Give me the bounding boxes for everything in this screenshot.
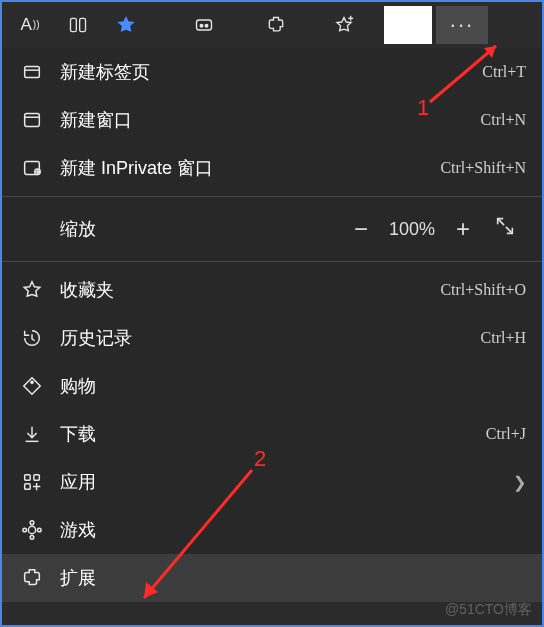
svg-rect-16 bbox=[34, 475, 40, 481]
svg-point-20 bbox=[30, 536, 34, 540]
star-outline-icon bbox=[18, 279, 46, 301]
inprivate-icon bbox=[18, 157, 46, 179]
menu-label: 新建 InPrivate 窗口 bbox=[60, 156, 213, 180]
svg-rect-7 bbox=[25, 67, 40, 78]
menu-label: 扩展 bbox=[60, 566, 96, 590]
menu-games[interactable]: 游戏 bbox=[2, 506, 542, 554]
menu-label: 新建窗口 bbox=[60, 108, 132, 132]
menu-separator bbox=[2, 261, 542, 262]
zoom-level: 100% bbox=[382, 219, 442, 240]
menu-label: 新建标签页 bbox=[60, 60, 150, 84]
eyes-icon[interactable] bbox=[182, 5, 226, 45]
menu-shortcut: Ctrl+J bbox=[486, 425, 526, 443]
menu-zoom-row: 缩放 − 100% + bbox=[2, 201, 542, 257]
svg-point-3 bbox=[200, 24, 203, 27]
split-screen-button[interactable] bbox=[56, 5, 100, 45]
apps-icon bbox=[18, 471, 46, 493]
zoom-in-button[interactable]: + bbox=[442, 215, 484, 243]
history-icon bbox=[18, 327, 46, 349]
menu-history[interactable]: 历史记录 Ctrl+H bbox=[2, 314, 542, 362]
new-window-icon bbox=[18, 109, 46, 131]
svg-point-19 bbox=[30, 521, 34, 525]
menu-apps[interactable]: 应用 ❯ bbox=[2, 458, 542, 506]
menu-label: 购物 bbox=[60, 374, 96, 398]
extensions-icon bbox=[18, 567, 46, 589]
menu-shortcut: Ctrl+N bbox=[481, 111, 526, 129]
svg-point-21 bbox=[23, 528, 27, 532]
profile-button[interactable] bbox=[384, 6, 432, 44]
menu-shortcut: Ctrl+H bbox=[481, 329, 526, 347]
read-aloud-button[interactable]: A)) bbox=[8, 5, 52, 45]
menu-shortcut: Ctrl+Shift+N bbox=[440, 159, 526, 177]
games-icon bbox=[18, 519, 46, 541]
menu-favorites[interactable]: 收藏夹 Ctrl+Shift+O bbox=[2, 266, 542, 314]
menu-label: 历史记录 bbox=[60, 326, 132, 350]
fullscreen-button[interactable] bbox=[484, 215, 526, 243]
svg-rect-17 bbox=[25, 484, 31, 490]
chevron-right-icon: ❯ bbox=[513, 473, 526, 492]
svg-point-18 bbox=[28, 526, 35, 533]
menu-shortcut: Ctrl+Shift+O bbox=[440, 281, 526, 299]
settings-menu: 新建标签页 Ctrl+T 新建窗口 Ctrl+N 新建 InPrivate 窗口… bbox=[2, 48, 542, 602]
menu-downloads[interactable]: 下载 Ctrl+J bbox=[2, 410, 542, 458]
menu-label: 游戏 bbox=[60, 518, 96, 542]
tag-icon bbox=[18, 375, 46, 397]
extensions-toolbar-icon[interactable] bbox=[254, 5, 298, 45]
menu-extensions[interactable]: 扩展 bbox=[2, 554, 542, 602]
new-tab-icon bbox=[18, 61, 46, 83]
svg-rect-15 bbox=[25, 475, 31, 481]
dots-icon: ··· bbox=[450, 12, 474, 38]
more-menu-button[interactable]: ··· bbox=[436, 6, 488, 44]
favorite-star-icon[interactable] bbox=[104, 5, 148, 45]
svg-point-22 bbox=[38, 528, 42, 532]
zoom-label: 缩放 bbox=[60, 217, 96, 241]
svg-rect-1 bbox=[80, 18, 86, 31]
menu-new-window[interactable]: 新建窗口 Ctrl+N bbox=[2, 96, 542, 144]
menu-separator bbox=[2, 196, 542, 197]
menu-shopping[interactable]: 购物 bbox=[2, 362, 542, 410]
svg-point-13 bbox=[31, 381, 33, 383]
menu-label: 应用 bbox=[60, 470, 96, 494]
menu-label: 收藏夹 bbox=[60, 278, 114, 302]
svg-point-4 bbox=[205, 24, 208, 27]
svg-rect-2 bbox=[197, 20, 212, 30]
menu-new-inprivate[interactable]: 新建 InPrivate 窗口 Ctrl+Shift+N bbox=[2, 144, 542, 192]
favorites-toolbar-icon[interactable] bbox=[322, 5, 366, 45]
menu-new-tab[interactable]: 新建标签页 Ctrl+T bbox=[2, 48, 542, 96]
svg-rect-9 bbox=[25, 114, 40, 127]
menu-shortcut: Ctrl+T bbox=[482, 63, 526, 81]
watermark: @51CTO博客 bbox=[445, 601, 532, 619]
zoom-out-button[interactable]: − bbox=[340, 215, 382, 243]
svg-rect-0 bbox=[71, 18, 77, 31]
menu-label: 下载 bbox=[60, 422, 96, 446]
browser-toolbar: A)) ··· bbox=[2, 2, 542, 48]
download-icon bbox=[18, 423, 46, 445]
